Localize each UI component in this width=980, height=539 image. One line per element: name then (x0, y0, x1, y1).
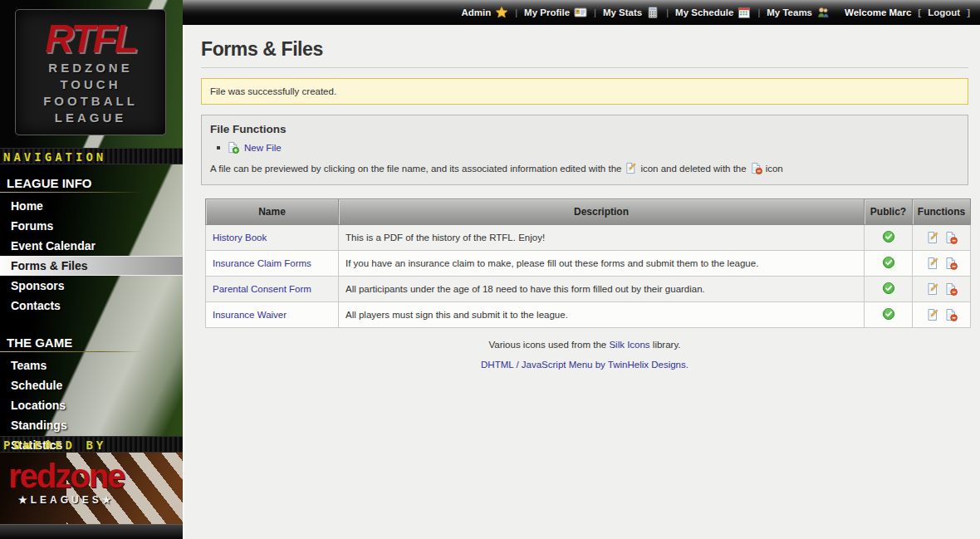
redzone-logo-sub: ★LEAGUES★ (8, 494, 124, 506)
star-icon (495, 6, 508, 19)
file-functions-title: File Functions (210, 123, 959, 135)
topbar-item-my-teams[interactable]: My Teams (767, 6, 830, 19)
sidebar-item-standings[interactable]: Standings (0, 415, 183, 435)
topbar-item-my-stats[interactable]: My Stats (603, 6, 659, 19)
sidebar-item-locations[interactable]: Locations (0, 395, 183, 415)
icons-credit-line: Various icons used from the Silk Icons l… (201, 340, 968, 350)
delete-file-icon[interactable] (944, 308, 958, 321)
table-header-row: Name Description Public? Functions (206, 199, 971, 225)
topbar-item-my-profile[interactable]: My Profile (524, 6, 587, 19)
sidebar-nav: LEAGUE INFO Home Forums Event Calendar F… (0, 164, 183, 436)
league-logo-acronym: RTFL (16, 18, 165, 60)
file-public-cell (865, 225, 913, 251)
powered-by-area: redzone ★LEAGUES★ (0, 453, 183, 524)
topbar: Admin | My Profile | My Stats | My Sched… (183, 0, 980, 25)
file-name-link[interactable]: Parental Consent Form (213, 284, 311, 294)
file-description-cell: All players must sign this and submit it… (339, 302, 865, 328)
edit-file-icon[interactable] (926, 308, 939, 321)
file-public-cell (865, 277, 913, 302)
help-text: icon and deleted with the (640, 164, 746, 174)
file-functions-cell (913, 302, 971, 328)
files-table: Name Description Public? Functions Histo… (205, 198, 971, 328)
page-add-icon[interactable] (227, 141, 239, 154)
list-bullet (217, 146, 220, 149)
sidebar-item-contacts[interactable]: Contacts (0, 296, 183, 316)
file-name-link[interactable]: History Book (213, 233, 267, 243)
file-name-link[interactable]: Insurance Waiver (213, 310, 287, 320)
column-header-name: Name (206, 199, 339, 225)
column-header-description: Description (339, 199, 865, 225)
sidebar-item-forums[interactable]: Forums (0, 216, 183, 236)
new-file-link[interactable]: New File (244, 143, 282, 153)
public-check-icon (882, 282, 895, 295)
page-content: Forms & Files File was successfully crea… (183, 25, 980, 539)
file-name-link[interactable]: Insurance Claim Forms (213, 258, 311, 268)
navigation-banner: NAVIGATION (0, 148, 183, 164)
silk-icons-link[interactable]: Silk Icons (609, 340, 649, 350)
file-public-cell (865, 251, 913, 277)
edit-file-icon[interactable] (926, 231, 939, 244)
topbar-separator: | (666, 7, 669, 17)
flash-message: File was successfully created. (201, 78, 968, 105)
file-functions-cell (913, 225, 971, 251)
sidebar-header: RTFL REDZONE TOUCH FOOTBALL LEAGUE (0, 0, 183, 148)
page-edit-icon (625, 162, 637, 174)
table-row: Insurance Waiver All players must sign t… (206, 302, 971, 328)
file-functions-cell (913, 251, 971, 277)
public-check-icon (882, 256, 895, 269)
topbar-separator: | (594, 7, 596, 17)
redzone-logo-word: redzone (8, 459, 124, 492)
topbar-separator: | (757, 7, 760, 17)
page-delete-icon (750, 162, 762, 174)
delete-file-icon[interactable] (944, 282, 958, 296)
sidebar-item-teams[interactable]: Teams (0, 355, 183, 375)
delete-file-icon[interactable] (944, 231, 958, 244)
file-description-cell: This is a PDF of the history of the RTFL… (339, 225, 865, 251)
sidebar-item-home[interactable]: Home (0, 196, 183, 216)
topbar-item-my-schedule[interactable]: My Schedule (675, 6, 751, 19)
public-check-icon (882, 307, 895, 321)
sidebar-footer-strip (0, 524, 183, 539)
league-logo-line: FOOTBALL (16, 93, 165, 110)
sidebar-item-schedule[interactable]: Schedule (0, 375, 183, 395)
table-row: History Book This is a PDF of the histor… (206, 225, 971, 251)
edit-file-icon[interactable] (926, 282, 939, 296)
delete-file-icon[interactable] (944, 257, 958, 270)
nav-section-league-info: LEAGUE INFO (0, 169, 183, 193)
vcard-icon (574, 6, 587, 19)
dhtml-menu-link[interactable]: DHTML / JavaScript Menu (481, 360, 592, 370)
calculator-icon (646, 6, 659, 19)
powered-by-label: POWERED BY (3, 439, 106, 452)
sidebar-item-sponsors[interactable]: Sponsors (0, 276, 183, 296)
sidebar: RTFL REDZONE TOUCH FOOTBALL LEAGUE NAVIG… (0, 0, 183, 539)
sidebar-item-event-calendar[interactable]: Event Calendar (0, 236, 183, 256)
table-row: Parental Consent Form All participants u… (206, 277, 971, 302)
app-window: RTFL REDZONE TOUCH FOOTBALL LEAGUE NAVIG… (0, 0, 980, 539)
main-area: Admin | My Profile | My Stats | My Sched… (183, 0, 980, 539)
redzone-leagues-logo[interactable]: redzone ★LEAGUES★ (8, 459, 124, 506)
powered-by-banner: POWERED BY (0, 436, 183, 453)
help-text: icon (766, 164, 783, 174)
new-file-row: New File (217, 141, 959, 154)
file-name-cell: Insurance Waiver (206, 302, 339, 328)
page-footer: Various icons used from the Silk Icons l… (201, 340, 968, 370)
logout-bracket: [ (918, 7, 921, 17)
file-name-cell: History Book (206, 225, 339, 251)
help-text: A file can be previewed by clicking on t… (210, 164, 621, 174)
topbar-item-admin[interactable]: Admin (461, 6, 508, 19)
calendar-icon (737, 6, 751, 19)
menu-credit-line: DHTML / JavaScript Menu by TwinHelix Des… (201, 360, 968, 370)
public-check-icon (882, 230, 895, 243)
league-logo[interactable]: RTFL REDZONE TOUCH FOOTBALL LEAGUE (15, 9, 166, 135)
logout-bracket: ] (967, 7, 970, 17)
page-title: Forms & Files (201, 38, 968, 61)
league-logo-line: TOUCH (16, 76, 165, 93)
file-description-cell: All participants under the age of 18 nee… (339, 277, 865, 302)
welcome-text: Welcome Marc (845, 7, 911, 17)
edit-file-icon[interactable] (926, 257, 939, 270)
sidebar-item-forms-files[interactable]: Forms & Files (0, 256, 183, 276)
nav-section-the-game: THE GAME (0, 329, 183, 352)
logout-link[interactable]: Logout (928, 7, 960, 17)
twinhelix-link[interactable]: TwinHelix Designs (608, 360, 686, 370)
title-divider (201, 67, 968, 68)
